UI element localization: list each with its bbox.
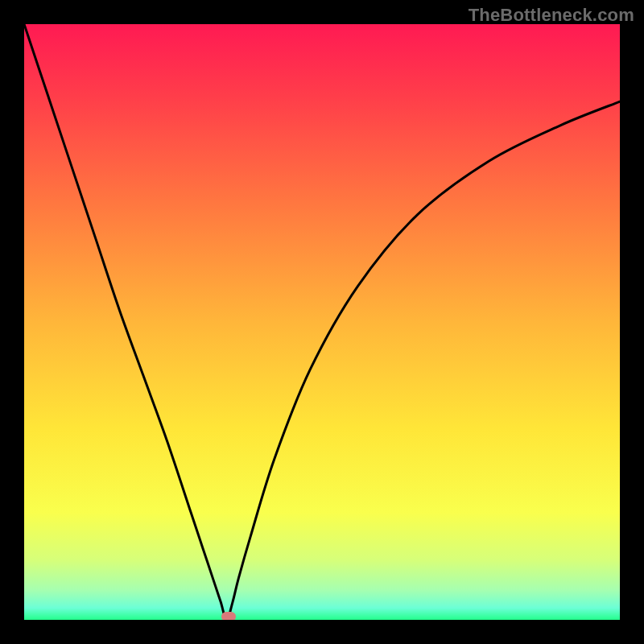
minimum-marker — [221, 612, 236, 620]
bottleneck-curve — [24, 24, 620, 620]
chart-frame — [24, 24, 620, 620]
attribution-text: TheBottleneck.com — [469, 5, 634, 26]
